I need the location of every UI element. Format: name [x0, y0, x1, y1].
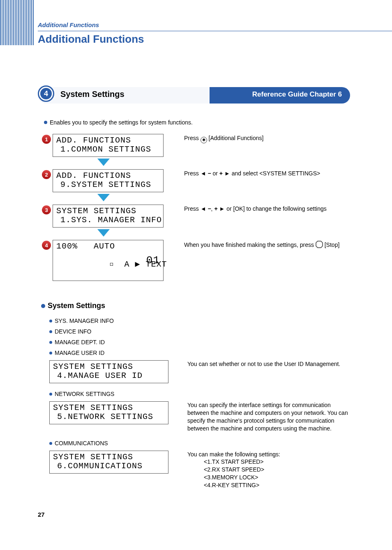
setting-description: You can make the following settings: <1.…: [168, 451, 350, 489]
down-arrow-icon: [42, 192, 165, 205]
bullet-icon: [49, 341, 52, 344]
section-reference: Reference Guide Chapter 6: [252, 90, 342, 99]
desc-text: [Stop]: [323, 242, 339, 248]
step-badge: 2: [42, 170, 51, 179]
bullet-icon: [49, 330, 52, 333]
lcd-line1: SYSTEM SETTINGS: [56, 207, 160, 216]
step-row: 3 SYSTEM SETTINGS 1.SYS. MANAGER INFO Pr…: [42, 205, 350, 228]
lcd-line1: SYSTEM SETTINGS: [53, 453, 165, 462]
desc-text: When you have finished making the settin…: [184, 242, 316, 248]
desc-text: or: [211, 170, 219, 177]
step-badge: 3: [42, 205, 51, 214]
section-header-bar: 4 System Settings Reference Guide Chapte…: [38, 82, 350, 107]
left-minus-key-icon: ◄ −: [201, 170, 211, 177]
lcd-line2: 5.NETWORK SETTINGS: [53, 412, 165, 421]
svg-marker-3: [316, 241, 323, 248]
svg-marker-0: [97, 159, 110, 166]
lcd-line1: ADD. FUNCTIONS: [56, 171, 160, 180]
bullet-icon: [49, 352, 52, 354]
desc-text: [Additional Functions]: [207, 135, 264, 141]
decorative-stripe: [0, 0, 34, 45]
additional-functions-key-icon: ✱: [201, 137, 207, 143]
steps-container: 1 ADD. FUNCTIONS 1.COMMON SETTINGS Press…: [38, 134, 350, 281]
lcd-line2: 9.SYSTEM SETTINGS: [56, 180, 160, 189]
bullet-icon: [49, 442, 52, 445]
comm-option: <1.TX START SPEED>: [204, 458, 350, 466]
desc-text: Press: [184, 205, 201, 212]
setting-description: You can specify the interface settings f…: [168, 401, 350, 433]
setting-label: SYS. MANAGER INFO: [55, 318, 114, 324]
step-row: 4 100% AUTO ◻ A ▶ TEXT 01 When you have …: [42, 240, 350, 281]
comm-option: <4.R-KEY SETTING>: [204, 481, 350, 489]
lcd-screen: 100% AUTO ◻ A ▶ TEXT 01: [53, 240, 164, 281]
section-title: System Settings: [60, 90, 125, 99]
setting-item: MANAGE USER ID: [41, 350, 350, 356]
down-arrow-icon: [42, 228, 165, 240]
main-content: 4 System Settings Reference Guide Chapte…: [38, 82, 350, 497]
header-divider: [38, 31, 392, 31]
setting-detail-row: SYSTEM SETTINGS 5.NETWORK SETTINGS You c…: [41, 401, 350, 433]
lcd-line2: 1.SYS. MANAGER INFO: [56, 216, 160, 225]
plus-right-key-icon: + ►: [219, 170, 230, 177]
lcd-counter: 01: [146, 255, 160, 267]
triangle-icon: ▶: [135, 260, 140, 269]
page-header: Additional Functions Additional Function…: [38, 21, 392, 46]
lcd-line1: 100% AUTO: [56, 242, 160, 251]
comm-options-list: <1.TX START SPEED> <2.RX START SPEED> <3…: [187, 458, 350, 489]
stop-key-icon: [316, 241, 323, 249]
step-description: Press ✱ [Additional Functions]: [164, 134, 350, 143]
lcd-line2: ◻ A ▶ TEXT: [56, 251, 160, 278]
bullet-icon: [49, 320, 52, 322]
desc-text: Press: [184, 135, 201, 141]
bullet-icon: [49, 393, 52, 396]
setting-item: DEVICE INFO: [41, 328, 350, 335]
lcd-screen: ADD. FUNCTIONS 9.SYSTEM SETTINGS: [53, 169, 164, 192]
lcd-screen: SYSTEM SETTINGS 5.NETWORK SETTINGS: [49, 401, 168, 424]
lcd-line1: ADD. FUNCTIONS: [56, 136, 160, 145]
step-row: 1 ADD. FUNCTIONS 1.COMMON SETTINGS Press…: [42, 134, 350, 157]
breadcrumb: Additional Functions: [38, 21, 392, 28]
setting-label: DEVICE INFO: [55, 328, 91, 335]
setting-detail-row: SYSTEM SETTINGS 4.MANAGE USER ID You can…: [41, 360, 350, 383]
page-number: 27: [38, 511, 45, 518]
lcd-screen: SYSTEM SETTINGS 4.MANAGE USER ID: [49, 360, 168, 383]
setting-detail-row: SYSTEM SETTINGS 6.COMMUNICATIONS You can…: [41, 451, 350, 489]
bullet-icon: [41, 304, 45, 308]
settings-heading: System Settings: [41, 301, 350, 310]
setting-item: SYS. MANAGER INFO: [41, 318, 350, 324]
comm-option: <2.RX START SPEED>: [204, 466, 350, 474]
lcd-screen: ADD. FUNCTIONS 1.COMMON SETTINGS: [53, 134, 164, 157]
setting-item: MANAGE DEPT. ID: [41, 339, 350, 345]
lcd-line2: 1.COMMON SETTINGS: [56, 145, 160, 154]
lcd-line1: SYSTEM SETTINGS: [53, 403, 165, 412]
step-description: Press ◄ − or + ► and select <SYSTEM SETT…: [164, 169, 350, 177]
comm-option: <3.MEMORY LOCK>: [204, 474, 350, 481]
bullet-icon: [44, 121, 47, 124]
svg-marker-2: [97, 229, 110, 237]
desc-text: and select <SYSTEM SETTINGS>: [230, 170, 320, 177]
settings-list: System Settings SYS. MANAGER INFO DEVICE…: [38, 301, 350, 489]
section-number: 4: [40, 88, 52, 99]
setting-description: You can set whether or not to use the Us…: [168, 360, 350, 368]
lcd-screen: SYSTEM SETTINGS 6.COMMUNICATIONS: [49, 451, 168, 474]
comm-intro: You can make the following settings:: [187, 451, 350, 458]
desc-text: or [OK] to change the following settings: [225, 205, 326, 212]
setting-item: COMMUNICATIONS: [41, 440, 350, 446]
plus-right-key-icon: + ►: [214, 205, 225, 212]
setting-label: MANAGE USER ID: [55, 350, 104, 356]
lcd-line1: SYSTEM SETTINGS: [53, 362, 165, 371]
setting-label: COMMUNICATIONS: [55, 440, 108, 446]
setting-label: NETWORK SETTINGS: [55, 391, 114, 397]
settings-heading-text: System Settings: [48, 301, 105, 310]
svg-marker-1: [97, 194, 110, 201]
lcd-line2: 6.COMMUNICATIONS: [53, 462, 165, 471]
step-description: When you have finished making the settin…: [164, 240, 350, 249]
step-description: Press ◄ −, + ► or [OK] to change the fol…: [164, 205, 350, 212]
page-title: Additional Functions: [38, 33, 392, 46]
section-intro: Enables you to specify the settings for …: [38, 119, 350, 126]
setting-label: MANAGE DEPT. ID: [55, 339, 105, 345]
desc-text: Press: [184, 170, 201, 177]
lcd-line2: 4.MANAGE USER ID: [53, 371, 165, 380]
lcd-text: A: [113, 260, 135, 269]
desc-text: ,: [211, 205, 214, 212]
